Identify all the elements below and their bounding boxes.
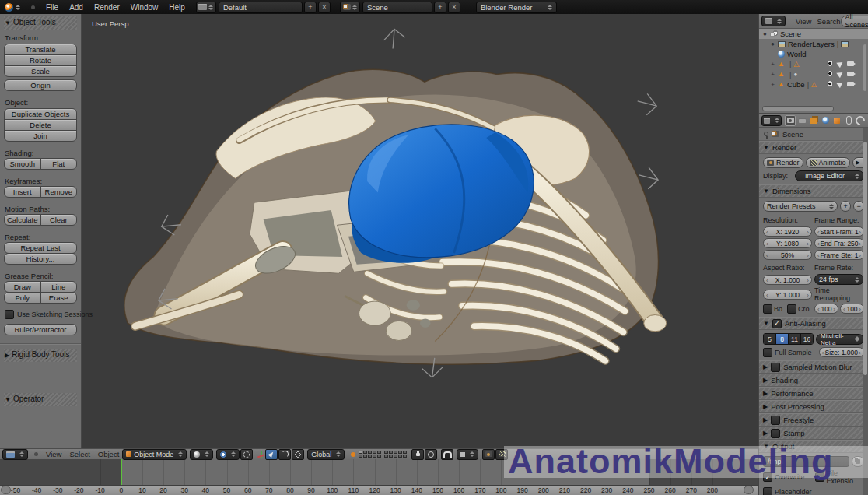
layer-cell[interactable] — [368, 451, 372, 454]
menu-help[interactable]: Help — [169, 3, 185, 12]
properties-scrollbar[interactable] — [863, 142, 867, 375]
animation-button[interactable]: Animatio — [806, 157, 850, 168]
tab-world[interactable] — [820, 115, 831, 126]
mode-dropdown[interactable]: Object Mode — [122, 449, 187, 460]
rotate-manipulator-button[interactable] — [278, 449, 291, 460]
outliner-display-dropdown[interactable]: All Scenes — [841, 16, 868, 27]
section-header-freestyle[interactable]: ▶Freestyle — [759, 413, 868, 427]
renderable-camera-icon[interactable] — [847, 72, 854, 76]
screen-layout-field[interactable]: Default — [219, 2, 303, 13]
tab-scene[interactable] — [796, 115, 807, 126]
layer-cell[interactable] — [384, 455, 388, 458]
outliner-row-cube[interactable]: +▲Cube|△ — [759, 79, 868, 90]
aspect-x-field[interactable]: X: 1.000 — [763, 275, 812, 285]
shelf-button-scale[interactable]: Scale — [4, 65, 77, 77]
tab-modifiers[interactable] — [855, 115, 866, 126]
resolution-x-field[interactable]: X: 1920 — [763, 226, 812, 237]
anti-aliasing-section-header[interactable]: ▼✓Anti-Aliasing — [759, 317, 868, 330]
pin-icon[interactable] — [764, 132, 768, 136]
close-scene-button[interactable]: × — [448, 2, 460, 13]
display-dropdown[interactable]: Image Editor — [795, 170, 864, 181]
layer-cell[interactable] — [373, 455, 376, 458]
pivot-dropdown[interactable] — [216, 449, 240, 460]
scene-field[interactable]: Scene — [362, 2, 432, 13]
menu-add[interactable]: Add — [69, 3, 83, 12]
add-scene-button[interactable]: + — [434, 2, 446, 13]
render-presets-dropdown[interactable]: Render Presets — [763, 201, 838, 212]
layer-cell[interactable] — [377, 451, 381, 454]
lock-button[interactable] — [411, 449, 424, 460]
visibility-eye-icon[interactable] — [826, 81, 834, 86]
shelf-button-rotate[interactable]: Rotate — [4, 54, 77, 66]
visibility-eye-icon[interactable] — [826, 61, 834, 66]
frame-start-field[interactable]: Start Fram: 1 — [814, 226, 864, 237]
aa-sample-11[interactable]: 11 — [788, 334, 800, 344]
layer-cell[interactable] — [389, 455, 393, 458]
frame-step-field[interactable]: Frame Ste: 1 — [814, 250, 864, 260]
properties-editor-dropdown[interactable] — [761, 115, 782, 126]
outliner-row-scene[interactable]: ●Scene — [759, 29, 868, 39]
outliner-row[interactable]: +▲|△ — [759, 59, 868, 69]
expander-icon[interactable]: ● — [770, 40, 775, 47]
editor-type-dropdown[interactable] — [2, 449, 28, 460]
pivot-align-button[interactable] — [240, 449, 253, 460]
remap-old-field[interactable]: 100 — [814, 304, 838, 314]
snap-magnet-button[interactable] — [441, 449, 453, 460]
snap-element-dropdown[interactable] — [457, 449, 478, 460]
timeline-scrollbar-left-cap[interactable] — [1, 486, 11, 494]
viewport-menu-object[interactable]: Object — [98, 450, 119, 458]
resolution-scale-slider[interactable]: 50% — [763, 250, 812, 260]
aa-size-field[interactable]: Size: 1.000 — [819, 347, 864, 357]
full-sample-checkbox[interactable] — [763, 348, 772, 357]
tab-object[interactable] — [831, 115, 842, 126]
shelf-button-translate[interactable]: Translate — [4, 44, 77, 55]
render-section-header[interactable]: ▼Render — [759, 141, 868, 154]
shelf-button-poly[interactable]: Poly — [4, 292, 41, 304]
sketching-sessions-checkbox[interactable] — [5, 310, 14, 319]
viewport-menu-select[interactable]: Select — [69, 450, 89, 458]
scene-selector-icon[interactable] — [340, 2, 360, 13]
render-button[interactable]: Render — [763, 157, 803, 168]
border-checkbox[interactable] — [763, 304, 772, 314]
menu-window[interactable]: Window — [131, 3, 159, 12]
shelf-button-ruler-protractor[interactable]: Ruler/Protractor — [4, 324, 77, 335]
outliner-row-renderlayers[interactable]: ●RenderLayers| — [759, 39, 868, 49]
shelf-button-flat[interactable]: Flat — [40, 158, 78, 170]
shelf-button-insert[interactable]: Insert — [4, 186, 41, 198]
rigid-body-tools-header[interactable]: ▶Rigid Body Tools — [4, 349, 77, 362]
add-preset-button[interactable]: + — [840, 201, 851, 212]
crop-checkbox[interactable] — [787, 304, 796, 314]
close-layout-button[interactable]: × — [318, 2, 331, 13]
tab-render[interactable] — [785, 115, 796, 126]
layer-cell[interactable] — [403, 455, 407, 458]
aa-sample-16[interactable]: 16 — [800, 334, 813, 344]
outliner-h-scrollbar[interactable] — [762, 106, 834, 111]
shelf-button-erase[interactable]: Erase — [40, 292, 78, 304]
proportional-edit-button[interactable] — [425, 449, 437, 460]
expander-icon[interactable]: + — [770, 71, 775, 78]
menu-file[interactable]: File — [46, 3, 58, 12]
shelf-button-join[interactable]: Join — [4, 130, 77, 142]
section-header-performance[interactable]: ▶Performance — [759, 387, 868, 400]
shelf-button-repeat-last[interactable]: Repeat Last — [4, 242, 77, 254]
shelf-button-line[interactable]: Line — [40, 281, 78, 293]
expander-icon[interactable]: + — [770, 61, 775, 68]
shelf-button-delete[interactable]: Delete — [4, 119, 77, 131]
layer-cell[interactable] — [403, 451, 407, 454]
frame-end-field[interactable]: End Fra: 250 — [814, 238, 864, 248]
outliner-row-world[interactable]: World — [759, 49, 868, 59]
layer-cell[interactable] — [368, 455, 372, 458]
translate-manipulator-button[interactable] — [265, 449, 278, 460]
layer-cell[interactable] — [363, 451, 367, 454]
operator-panel-header[interactable]: ▼Operator — [4, 393, 77, 406]
layer-cell[interactable] — [373, 451, 376, 454]
placeholder-checkbox[interactable] — [763, 487, 772, 495]
fps-dropdown[interactable]: 24 fps — [814, 274, 864, 285]
dimensions-section-header[interactable]: ▼Dimensions — [759, 184, 868, 198]
layers-grid-2[interactable] — [384, 451, 407, 458]
timeline-scrollbar-right-cap[interactable] — [744, 486, 754, 494]
resolution-y-field[interactable]: Y: 1080 — [763, 238, 812, 248]
render-engine-dropdown[interactable]: Blender Render — [476, 2, 557, 13]
section-header-shading[interactable]: ▶Shading — [759, 374, 868, 387]
aa-sample-8[interactable]: 8 — [775, 334, 788, 344]
